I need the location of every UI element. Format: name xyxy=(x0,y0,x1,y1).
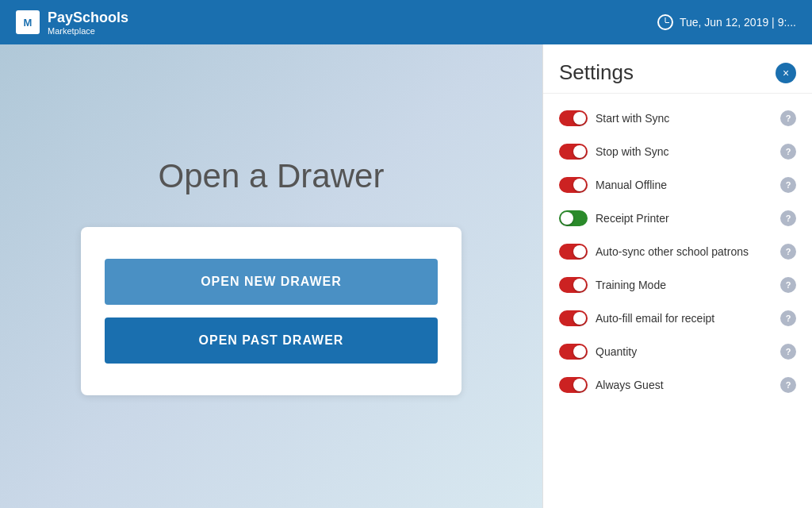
help-icon-quantity[interactable]: ? xyxy=(780,344,796,360)
setting-label-manual-offline: Manual Offline xyxy=(596,179,772,191)
setting-label-auto-fill-email: Auto-fill email for receipt xyxy=(596,312,772,325)
setting-item-quantity: Quantity ? xyxy=(543,335,812,368)
header: M PaySchools Marketplace Tue, Jun 12, 20… xyxy=(0,0,812,44)
drawer-card: OPEN NEW DRAWER OPEN PAST DRAWER xyxy=(81,227,462,395)
toggle-stop-with-sync[interactable] xyxy=(559,144,588,160)
toggle-manual-offline[interactable] xyxy=(559,177,588,193)
open-new-drawer-button[interactable]: OPEN NEW DRAWER xyxy=(105,259,438,305)
setting-label-training-mode: Training Mode xyxy=(596,279,772,291)
logo-marketplace: Marketplace xyxy=(48,26,128,36)
left-content: Open a Drawer OPEN NEW DRAWER OPEN PAST … xyxy=(0,44,542,508)
help-icon-auto-sync-patrons[interactable]: ? xyxy=(780,244,796,260)
setting-label-receipt-printer: Receipt Printer xyxy=(596,212,772,225)
logo-m: M xyxy=(16,10,40,34)
setting-item-start-with-sync: Start with Sync ? xyxy=(543,102,812,135)
settings-title: Settings xyxy=(559,60,634,85)
setting-item-receipt-printer: Receipt Printer ? xyxy=(543,202,812,235)
setting-label-auto-sync-patrons: Auto-sync other school patrons xyxy=(596,245,772,258)
main-layout: Open a Drawer OPEN NEW DRAWER OPEN PAST … xyxy=(0,44,812,508)
setting-label-stop-with-sync: Stop with Sync xyxy=(596,145,772,158)
open-past-drawer-button[interactable]: OPEN PAST DRAWER xyxy=(105,318,438,364)
settings-header: Settings × xyxy=(543,44,812,94)
toggle-quantity[interactable] xyxy=(559,344,588,360)
toggle-training-mode[interactable] xyxy=(559,277,588,293)
toggle-start-with-sync[interactable] xyxy=(559,110,588,126)
setting-label-quantity: Quantity xyxy=(596,345,772,358)
settings-panel: Settings × Start with Sync ? Stop with S… xyxy=(542,44,812,508)
help-icon-auto-fill-email[interactable]: ? xyxy=(780,310,796,326)
help-icon-training-mode[interactable]: ? xyxy=(780,277,796,293)
setting-item-training-mode: Training Mode ? xyxy=(543,268,812,302)
logo-text: PaySchools Marketplace xyxy=(48,10,128,36)
settings-close-button[interactable]: × xyxy=(776,63,796,83)
setting-item-auto-fill-email: Auto-fill email for receipt ? xyxy=(543,302,812,335)
page-title: Open a Drawer xyxy=(159,157,385,195)
setting-item-always-guest: Always Guest ? xyxy=(543,368,812,402)
toggle-auto-sync-patrons[interactable] xyxy=(559,244,588,260)
help-icon-always-guest[interactable]: ? xyxy=(780,377,796,393)
setting-label-start-with-sync: Start with Sync xyxy=(596,112,772,125)
setting-item-auto-sync-patrons: Auto-sync other school patrons ? xyxy=(543,235,812,268)
setting-item-manual-offline: Manual Offline ? xyxy=(543,168,812,202)
toggle-auto-fill-email[interactable] xyxy=(559,310,588,326)
header-right: Tue, Jun 12, 2019 | 9:... xyxy=(657,14,796,30)
datetime-label: Tue, Jun 12, 2019 | 9:... xyxy=(680,16,796,29)
settings-list: Start with Sync ? Stop with Sync ? Manua… xyxy=(543,94,812,410)
toggle-receipt-printer[interactable] xyxy=(559,210,588,226)
clock-icon xyxy=(657,14,673,30)
toggle-always-guest[interactable] xyxy=(559,377,588,393)
setting-item-stop-with-sync: Stop with Sync ? xyxy=(543,135,812,168)
help-icon-manual-offline[interactable]: ? xyxy=(780,177,796,193)
help-icon-receipt-printer[interactable]: ? xyxy=(780,210,796,226)
logo-payschools: PaySchools xyxy=(48,11,128,25)
help-icon-start-with-sync[interactable]: ? xyxy=(780,110,796,126)
setting-label-always-guest: Always Guest xyxy=(596,379,772,391)
help-icon-stop-with-sync[interactable]: ? xyxy=(780,144,796,160)
